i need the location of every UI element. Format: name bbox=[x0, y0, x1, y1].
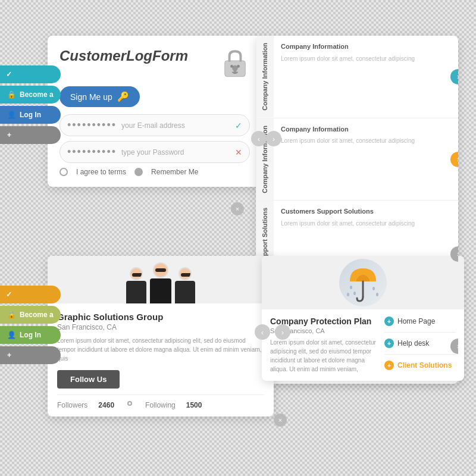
followers-label: Followers bbox=[57, 401, 87, 409]
become-label-top: Become a bbox=[20, 90, 54, 99]
accordion-title-1: Company Information bbox=[281, 42, 451, 52]
check-icon: ✓ bbox=[6, 70, 12, 79]
login-panel: CustomerLogForm Sign Me up 🔑 •••••••••• … bbox=[48, 36, 262, 187]
terms-radio[interactable] bbox=[60, 168, 68, 176]
accordion-text-2: Lorem ipsum dolor sit amet, consectetur … bbox=[281, 136, 451, 145]
login-label-bottom: Log In bbox=[20, 331, 41, 339]
remember-label: Remember Me bbox=[151, 168, 198, 176]
followers-count: 2460 bbox=[98, 401, 114, 409]
profile-name: Graphic Solutions Group bbox=[57, 312, 264, 322]
stat-divider bbox=[127, 401, 132, 406]
svg-point-7 bbox=[350, 286, 352, 289]
left-chevron-icon: ‹ bbox=[258, 134, 260, 143]
accordion-title-2: Company Information bbox=[281, 124, 451, 134]
company-body: Company Protection Plan San Francisco, C… bbox=[262, 309, 464, 381]
user-icon-bottom: 👤 bbox=[7, 331, 16, 339]
sidebar-bottom: ✓ 🔒 Become a 👤 Log In + bbox=[0, 286, 61, 364]
menu-item-helpdesk[interactable]: + Help desk bbox=[384, 339, 456, 348]
sidebar-top: ✓ 🔒 Become a 👤 Log In + bbox=[0, 65, 61, 144]
sidebar-check-btn[interactable]: ✓ bbox=[0, 65, 61, 83]
sidebar-become-btn-bottom[interactable]: 🔒 Become a bbox=[0, 306, 61, 324]
profile-header bbox=[48, 256, 274, 303]
man-figure-right bbox=[175, 267, 195, 303]
profile-location: San Francisco, CA bbox=[57, 323, 264, 331]
glasses-center bbox=[155, 268, 166, 272]
key-icon: 🔑 bbox=[117, 91, 129, 102]
profile-nav-arrow-right[interactable]: › bbox=[275, 324, 290, 340]
menu-divider-2 bbox=[384, 354, 456, 355]
left-chevron-icon-2: ‹ bbox=[261, 328, 264, 337]
plus-label-top: + bbox=[7, 131, 11, 139]
following-label: Following bbox=[145, 401, 176, 409]
menu-label-client: Client Solutions bbox=[397, 361, 452, 369]
menu-plus-helpdesk: + bbox=[384, 339, 394, 348]
sidebar-check-btn-bottom[interactable]: ✓ bbox=[0, 286, 61, 303]
sign-me-up-button[interactable]: Sign Me up 🔑 bbox=[60, 86, 140, 107]
pass-placeholder: type your Password bbox=[121, 148, 235, 156]
follow-us-button[interactable]: Follow Us bbox=[57, 370, 120, 389]
pass-dots: •••••••••• bbox=[67, 146, 117, 158]
sidebar-plus-btn-bottom[interactable]: + bbox=[0, 346, 61, 364]
password-input-row[interactable]: •••••••••• type your Password ✕ bbox=[60, 141, 250, 163]
man-body-left bbox=[126, 281, 146, 303]
accordion-title-3: Customers Support Solutions bbox=[281, 206, 451, 217]
email-placeholder: your E-mail address bbox=[121, 121, 235, 130]
menu-label-homepage: Home Page bbox=[397, 317, 435, 325]
profile-body: Graphic Solutions Group San Francisco, C… bbox=[48, 303, 274, 416]
company-name: Company Protection Plan bbox=[270, 317, 378, 326]
svg-point-10 bbox=[372, 287, 375, 290]
svg-point-9 bbox=[347, 293, 349, 296]
right-chevron-icon-2: › bbox=[281, 328, 284, 337]
remember-radio[interactable] bbox=[134, 168, 143, 176]
accordion-item-2: Company Information Company Information … bbox=[256, 118, 458, 201]
login-nav-arrow-right[interactable]: › bbox=[266, 131, 281, 146]
profile-panel: Graphic Solutions Group San Francisco, C… bbox=[48, 256, 274, 416]
profile-actions: Follow Us bbox=[57, 370, 264, 389]
email-dots: •••••••••• bbox=[67, 119, 117, 131]
man-head-right bbox=[178, 267, 192, 280]
accordion-text-3: Lorem ipsum dolor sit amet, consectetur … bbox=[281, 219, 451, 228]
sign-btn-label: Sign Me up bbox=[70, 92, 112, 102]
umbrella-icon bbox=[339, 259, 387, 306]
login-title: CustomerLogForm bbox=[60, 48, 188, 64]
sidebar-login-btn-bottom[interactable]: 👤 Log In bbox=[0, 326, 61, 344]
men-group bbox=[126, 262, 195, 303]
login-label-top: Log In bbox=[20, 111, 41, 119]
svg-point-11 bbox=[376, 293, 378, 296]
terms-row: I agree to terms Remember Me bbox=[60, 168, 250, 176]
accordion-tab-1[interactable]: Company Information bbox=[256, 36, 274, 118]
pass-clear-icon: ✕ bbox=[235, 148, 242, 157]
sidebar-plus-btn-top[interactable]: + bbox=[0, 126, 61, 144]
user-icon-top: 👤 bbox=[7, 111, 16, 119]
following-count: 1500 bbox=[186, 401, 202, 409]
email-input-row[interactable]: •••••••••• your E-mail address ✓ bbox=[60, 114, 250, 136]
close-icon: × bbox=[236, 205, 239, 212]
become-label-bottom: Become a bbox=[20, 311, 54, 319]
menu-label-helpdesk: Help desk bbox=[397, 339, 429, 347]
glasses-left bbox=[132, 273, 143, 277]
menu-divider-1 bbox=[384, 332, 456, 333]
glasses-right bbox=[181, 273, 192, 277]
man-head-center bbox=[153, 262, 168, 278]
menu-item-client[interactable]: + Client Solutions bbox=[384, 361, 456, 370]
man-head-left bbox=[130, 267, 143, 280]
menu-plus-client: + bbox=[384, 361, 394, 370]
accordion-text-1: Lorem ipsum dolor sit amet, consectetur … bbox=[281, 54, 451, 63]
profile-description: Lorem ipsum dolor sit amet, consectetur … bbox=[57, 336, 264, 363]
company-panel: Company Protection Plan San Francisco, C… bbox=[262, 256, 464, 381]
login-close-button[interactable]: × bbox=[231, 202, 244, 215]
lock-icon-small: 🔒 bbox=[7, 90, 16, 99]
accordion-nav-left[interactable]: ‹ bbox=[251, 131, 267, 146]
sidebar-login-btn-top[interactable]: 👤 Log In bbox=[0, 106, 61, 124]
profile-stats: Followers 2460 Following 1500 bbox=[57, 394, 264, 409]
company-description: Lorem ipsum dolor sit amet, consectetur … bbox=[270, 338, 378, 374]
svg-point-4 bbox=[230, 65, 233, 68]
sidebar-become-btn-top[interactable]: 🔒 Become a bbox=[0, 86, 61, 104]
terms-label: I agree to terms bbox=[76, 168, 126, 176]
company-header bbox=[262, 256, 464, 309]
company-nav-left[interactable]: ‹ bbox=[255, 324, 270, 340]
accordion-content-1: Company Information Lorem ipsum dolor si… bbox=[274, 36, 458, 118]
profile-close-button[interactable]: × bbox=[274, 414, 287, 427]
menu-item-homepage[interactable]: + Home Page bbox=[384, 317, 456, 326]
man-figure-center bbox=[150, 262, 171, 303]
